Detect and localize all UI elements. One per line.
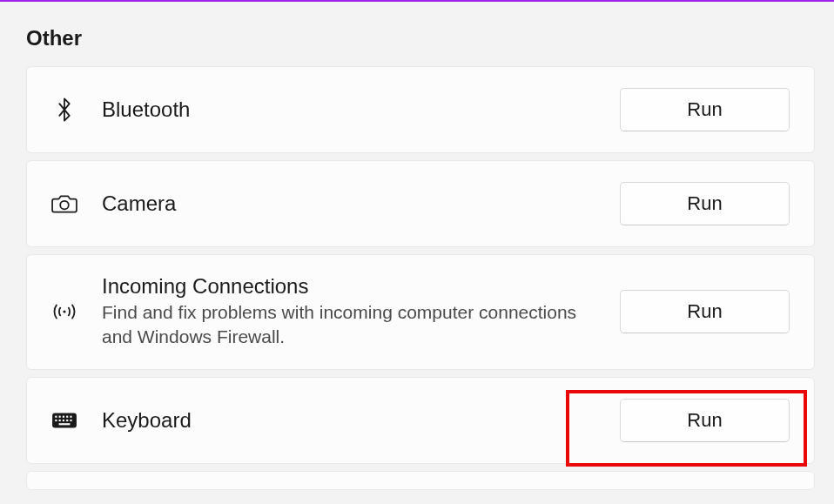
svg-rect-11 bbox=[66, 420, 68, 421]
run-button-keyboard[interactable]: Run bbox=[620, 399, 790, 442]
item-text: Incoming Connections Find and fix proble… bbox=[102, 274, 595, 350]
svg-rect-7 bbox=[70, 415, 71, 417]
item-text: Bluetooth bbox=[102, 97, 595, 122]
item-text: Camera bbox=[102, 192, 595, 216]
run-button-bluetooth[interactable]: Run bbox=[620, 88, 790, 131]
troubleshooter-item-incoming-connections: Incoming Connections Find and fix proble… bbox=[26, 254, 815, 370]
troubleshooter-item-camera: Camera Run bbox=[26, 160, 815, 247]
svg-rect-3 bbox=[55, 415, 57, 417]
svg-point-1 bbox=[63, 311, 65, 313]
svg-rect-4 bbox=[59, 415, 61, 417]
svg-rect-12 bbox=[70, 420, 71, 421]
section-header-other: Other bbox=[26, 26, 815, 50]
svg-rect-6 bbox=[66, 415, 68, 417]
troubleshooter-item-keyboard: Keyboard Run bbox=[26, 377, 815, 464]
run-button-camera[interactable]: Run bbox=[620, 182, 790, 225]
troubleshooter-list: Bluetooth Run Camera Run bbox=[26, 66, 815, 490]
run-button-incoming-connections[interactable]: Run bbox=[620, 290, 790, 333]
troubleshooter-item-next bbox=[26, 471, 815, 490]
bluetooth-icon bbox=[51, 97, 77, 123]
antenna-icon bbox=[51, 299, 77, 325]
item-text: Keyboard bbox=[102, 408, 595, 433]
svg-rect-9 bbox=[59, 420, 61, 421]
item-title: Keyboard bbox=[102, 408, 595, 433]
keyboard-icon bbox=[51, 407, 77, 433]
item-title: Bluetooth bbox=[102, 97, 595, 122]
svg-point-0 bbox=[60, 201, 69, 210]
svg-rect-10 bbox=[63, 420, 64, 421]
item-title: Incoming Connections bbox=[102, 274, 595, 299]
troubleshooter-item-bluetooth: Bluetooth Run bbox=[26, 66, 815, 153]
item-title: Camera bbox=[102, 192, 595, 216]
svg-rect-5 bbox=[63, 415, 64, 417]
camera-icon bbox=[51, 191, 77, 217]
troubleshoot-other-section: Other Bluetooth Run Camera bbox=[0, 2, 834, 490]
svg-rect-8 bbox=[55, 420, 57, 421]
item-description: Find and fix problems with incoming comp… bbox=[102, 300, 595, 350]
svg-rect-13 bbox=[59, 423, 71, 425]
